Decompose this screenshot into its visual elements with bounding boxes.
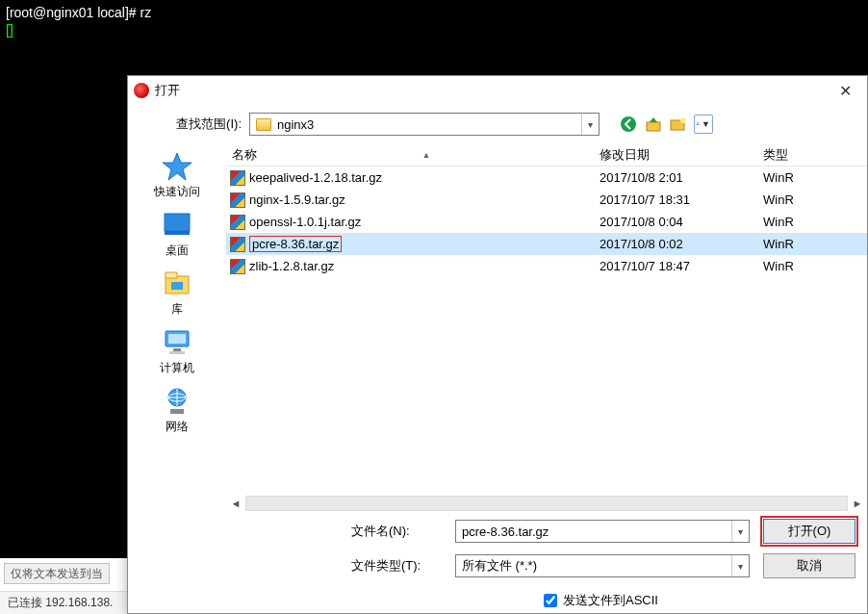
filetype-combobox[interactable]: 所有文件 (*.*) ▾ [455, 554, 750, 577]
archive-icon [230, 215, 245, 230]
place-computer[interactable]: 计算机 [128, 323, 226, 380]
col-date[interactable]: 修改日期 [596, 146, 759, 164]
places-sidebar: 快速访问 桌面 库 计算机 网络 [128, 143, 226, 613]
lookin-combobox[interactable]: nginx3 ▾ [249, 113, 600, 136]
column-header[interactable]: 名称▲ 修改日期 类型 [226, 143, 867, 166]
filetype-value: 所有文件 (*.*) [462, 557, 537, 575]
file-row[interactable]: pcre-8.36.tar.gz2017/10/8 0:02WinR [226, 233, 867, 255]
svg-rect-12 [166, 272, 177, 278]
file-date: 2017/10/7 18:47 [596, 259, 759, 273]
horizontal-scrollbar[interactable]: ◄ ► [226, 498, 867, 515]
place-network[interactable]: 网络 [128, 382, 226, 439]
status-partial: 仅将文本发送到当 [4, 563, 110, 584]
filetype-label: 文件类型(T): [226, 557, 455, 575]
ascii-label: 发送文件到ASCII [563, 592, 658, 609]
dialog-title: 打开 [155, 82, 830, 99]
file-type: WinR [759, 237, 867, 251]
quick-access-icon [160, 151, 194, 182]
ascii-checkbox[interactable] [544, 594, 557, 607]
filename-combobox[interactable]: pcre-8.36.tar.gz ▾ [455, 520, 750, 543]
file-name: pcre-8.36.tar.gz [249, 236, 342, 252]
archive-icon [230, 237, 245, 252]
archive-icon [230, 192, 245, 208]
open-button[interactable]: 打开(O) [763, 519, 855, 544]
app-icon [134, 83, 149, 98]
file-name: keepalived-1.2.18.tar.gz [249, 170, 382, 185]
lookin-label: 查找范围(I): [128, 115, 242, 133]
nav-up-icon[interactable] [644, 115, 663, 134]
new-folder-icon[interactable] [669, 115, 688, 134]
svg-rect-20 [170, 409, 184, 414]
place-label: 网络 [166, 419, 189, 435]
place-quick-access[interactable]: 快速访问 [128, 147, 226, 204]
file-row[interactable]: openssl-1.0.1j.tar.gz2017/10/8 0:04WinR [226, 211, 867, 233]
chevron-down-icon[interactable]: ▾ [581, 114, 599, 135]
file-open-dialog: 打开 ✕ 查找范围(I): nginx3 ▾ ▼ [127, 75, 868, 614]
svg-rect-9 [165, 214, 190, 231]
file-date: 2017/10/7 18:31 [596, 192, 759, 207]
svg-rect-15 [168, 334, 186, 344]
place-label: 库 [171, 301, 183, 318]
library-icon [160, 269, 194, 299]
col-name[interactable]: 名称 [232, 146, 257, 164]
terminal-command: rz [140, 5, 152, 20]
file-date: 2017/10/8 0:04 [596, 215, 759, 229]
file-name: openssl-1.0.1j.tar.gz [249, 215, 361, 229]
computer-icon [160, 327, 194, 358]
status-connection: 已连接 192.168.138. [8, 595, 113, 611]
place-label: 快速访问 [154, 184, 200, 200]
title-bar: 打开 ✕ [128, 76, 867, 105]
svg-point-3 [680, 117, 686, 123]
place-library[interactable]: 库 [128, 265, 226, 321]
place-label: 桌面 [166, 243, 189, 259]
svg-rect-1 [647, 122, 660, 131]
terminal-cursor: [] [6, 21, 862, 38]
svg-rect-4 [697, 122, 698, 123]
place-label: 计算机 [160, 360, 194, 376]
file-row[interactable]: zlib-1.2.8.tar.gz2017/10/7 18:47WinR [226, 255, 867, 277]
archive-icon [230, 170, 245, 186]
svg-rect-5 [699, 122, 700, 123]
file-row[interactable]: nginx-1.5.9.tar.gz2017/10/7 18:31WinR [226, 189, 867, 211]
svg-rect-17 [169, 351, 185, 354]
filename-value: pcre-8.36.tar.gz [462, 524, 549, 539]
svg-point-0 [621, 116, 636, 132]
archive-icon [230, 259, 245, 274]
file-list[interactable]: keepalived-1.2.18.tar.gz2017/10/8 2:01Wi… [226, 166, 867, 498]
network-icon [160, 386, 194, 417]
scroll-right-icon[interactable]: ► [850, 496, 865, 511]
file-name: nginx-1.5.9.tar.gz [249, 192, 345, 207]
svg-marker-8 [163, 153, 191, 180]
lookin-value: nginx3 [277, 117, 314, 132]
file-type: WinR [759, 192, 867, 207]
svg-rect-6 [697, 124, 698, 125]
prompt: [root@nginx01 local]# [6, 5, 137, 20]
svg-rect-16 [173, 348, 181, 351]
sort-arrow-icon: ▲ [257, 150, 596, 160]
scroll-left-icon[interactable]: ◄ [228, 496, 243, 511]
col-type[interactable]: 类型 [759, 146, 867, 164]
folder-icon [256, 118, 271, 131]
place-desktop[interactable]: 桌面 [128, 206, 226, 263]
filename-label: 文件名(N): [226, 523, 455, 540]
file-name: zlib-1.2.8.tar.gz [249, 259, 334, 273]
file-type: WinR [759, 215, 867, 229]
file-date: 2017/10/8 0:02 [596, 237, 759, 251]
svg-rect-13 [171, 282, 183, 290]
file-type: WinR [759, 259, 867, 273]
svg-rect-10 [165, 231, 190, 235]
chevron-down-icon[interactable]: ▾ [731, 555, 749, 576]
close-button[interactable]: ✕ [830, 78, 861, 104]
svg-rect-7 [699, 124, 700, 125]
view-menu-icon[interactable]: ▼ [694, 115, 713, 134]
scroll-track[interactable] [245, 496, 848, 511]
file-type: WinR [759, 170, 867, 185]
cancel-button[interactable]: 取消 [763, 553, 855, 578]
chevron-down-icon[interactable]: ▾ [731, 521, 749, 542]
file-row[interactable]: keepalived-1.2.18.tar.gz2017/10/8 2:01Wi… [226, 166, 867, 189]
nav-back-icon[interactable] [619, 115, 638, 134]
file-date: 2017/10/8 2:01 [596, 170, 759, 185]
desktop-icon [160, 210, 194, 241]
